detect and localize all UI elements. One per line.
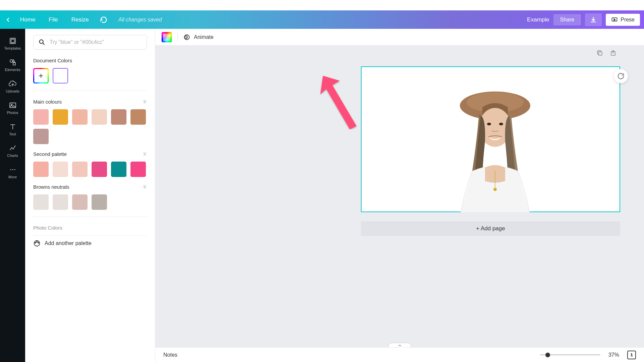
sidebar-item-photos[interactable]: Photos <box>0 97 25 119</box>
crown-icon: ♛ <box>143 184 147 190</box>
sidebar-item-label: Photos <box>7 111 18 115</box>
svg-point-10 <box>40 40 43 44</box>
color-swatch[interactable] <box>53 194 68 210</box>
svg-point-23 <box>499 123 503 125</box>
crown-icon: ♛ <box>143 99 147 105</box>
resize-menu[interactable]: Resize <box>66 14 94 26</box>
color-panel: Document Colors + Main colours ♛ Second … <box>25 29 155 362</box>
sidebar-item-text[interactable]: Text <box>0 119 25 140</box>
present-button[interactable]: Prese <box>606 14 640 26</box>
add-palette-label: Add another palette <box>45 240 92 246</box>
sidebar-item-elements[interactable]: Elements <box>0 54 25 76</box>
color-swatch[interactable] <box>53 162 68 177</box>
animate-label: Animate <box>194 34 214 40</box>
photos-icon <box>9 101 17 109</box>
uploads-icon <box>9 80 17 88</box>
palette-icon <box>33 240 41 247</box>
svg-rect-17 <box>599 52 602 55</box>
sidebar-item-label: More <box>8 175 17 179</box>
svg-point-24 <box>493 188 497 191</box>
elements-icon <box>9 58 17 66</box>
zoom-slider[interactable] <box>540 354 600 355</box>
color-swatch[interactable] <box>33 129 49 144</box>
document-colors-title: Document Colors <box>33 58 147 63</box>
color-swatch[interactable] <box>72 194 88 210</box>
templates-icon <box>9 37 17 45</box>
color-swatch[interactable] <box>92 162 107 177</box>
browns-title: Browns neutrals <box>33 184 69 190</box>
sidebar-item-label: Text <box>9 132 16 136</box>
regenerate-button[interactable] <box>614 69 628 83</box>
color-swatch[interactable] <box>33 162 49 177</box>
color-swatch[interactable] <box>33 194 49 210</box>
search-icon <box>38 39 46 46</box>
svg-point-13 <box>38 242 39 243</box>
duplicate-page-icon[interactable] <box>596 50 604 58</box>
sidebar-item-label: Templates <box>4 46 21 50</box>
color-search-input[interactable] <box>50 39 142 45</box>
svg-point-8 <box>12 169 13 170</box>
zoom-slider-handle[interactable] <box>545 353 550 357</box>
notes-button[interactable]: Notes <box>163 352 177 358</box>
color-swatch[interactable] <box>92 109 107 125</box>
svg-point-9 <box>14 169 15 170</box>
animate-button[interactable]: Animate <box>183 34 214 41</box>
back-arrow-icon[interactable] <box>4 16 12 24</box>
more-icon <box>9 166 17 174</box>
sidebar-item-more[interactable]: More <box>0 162 25 183</box>
svg-point-16 <box>184 36 187 39</box>
canvas-area: Animate <box>155 29 644 362</box>
undo-icon[interactable] <box>100 16 108 24</box>
color-swatch[interactable] <box>111 109 126 125</box>
export-page-icon[interactable] <box>610 50 618 58</box>
background-color-button[interactable] <box>161 32 172 43</box>
color-swatch[interactable] <box>130 162 146 177</box>
file-menu[interactable]: File <box>43 14 63 26</box>
sidebar-item-templates[interactable]: Templates <box>0 33 25 54</box>
color-swatch[interactable] <box>33 109 49 125</box>
canvas-page[interactable] <box>361 66 620 212</box>
sidebar-item-label: Uploads <box>6 89 19 93</box>
color-swatch[interactable] <box>130 109 146 125</box>
sidebar-nav: Templates Elements Uploads Photos Text C… <box>0 29 25 362</box>
svg-point-7 <box>10 169 11 170</box>
add-palette-button[interactable]: Add another palette <box>33 235 147 251</box>
svg-rect-4 <box>13 63 15 65</box>
add-color-swatch[interactable]: + <box>33 68 49 83</box>
color-swatch-white[interactable] <box>53 68 68 83</box>
share-button[interactable]: Share <box>553 14 581 25</box>
main-colours-title: Main colours <box>33 99 62 105</box>
save-status: All changes saved <box>118 17 162 23</box>
top-menu-bar: Home File Resize All changes saved Examp… <box>0 10 644 29</box>
sidebar-item-charts[interactable]: Charts <box>0 140 25 162</box>
present-label: Prese <box>621 17 635 23</box>
crown-icon: ♛ <box>143 151 147 157</box>
canvas-viewport[interactable]: + Add page Notes 37% 1 <box>155 46 644 362</box>
bottom-bar: Notes 37% 1 <box>155 347 644 362</box>
sidebar-item-label: Charts <box>7 154 18 158</box>
color-swatch[interactable] <box>53 109 68 125</box>
home-menu[interactable]: Home <box>15 14 41 26</box>
animate-icon <box>183 34 191 41</box>
color-search-box[interactable] <box>33 35 147 50</box>
add-page-button[interactable]: + Add page <box>361 221 620 236</box>
svg-point-22 <box>487 123 491 125</box>
svg-rect-2 <box>11 39 14 43</box>
design-name[interactable]: Example <box>527 16 549 23</box>
svg-point-14 <box>35 242 36 243</box>
photo-woman-hat[interactable] <box>445 84 544 212</box>
charts-icon <box>9 144 17 152</box>
photo-colors-title: Photo Colors <box>33 225 147 231</box>
color-swatch[interactable] <box>72 162 88 177</box>
color-swatch[interactable] <box>111 162 126 177</box>
page-count-badge[interactable]: 1 <box>627 351 636 359</box>
download-button[interactable] <box>585 13 602 26</box>
zoom-value[interactable]: 37% <box>608 352 619 358</box>
canvas-toolbar: Animate <box>155 29 644 46</box>
color-swatch[interactable] <box>92 194 107 210</box>
sidebar-item-uploads[interactable]: Uploads <box>0 76 25 97</box>
color-swatch[interactable] <box>72 109 88 125</box>
svg-point-12 <box>37 241 38 242</box>
text-icon <box>9 123 17 131</box>
second-palette-title: Second palette <box>33 151 67 157</box>
